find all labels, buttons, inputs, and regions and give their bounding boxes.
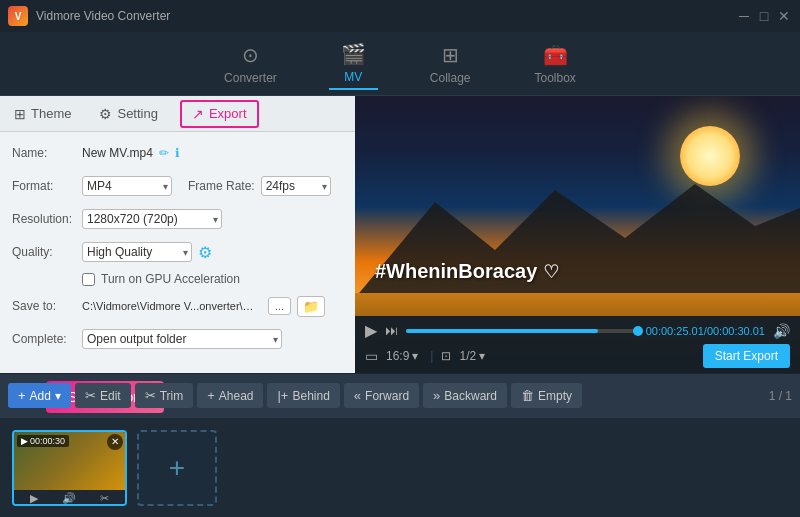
complete-row: Complete: Open output folder Do nothing bbox=[12, 326, 343, 352]
controls-row1: ▶ ⏭ 00:00:25.01/00:00:30.01 🔊 bbox=[365, 321, 790, 340]
quality-select-wrapper[interactable]: High Quality Normal Quality Low Quality bbox=[82, 242, 192, 262]
add-clip-button[interactable]: + bbox=[137, 430, 217, 506]
ratio-icon: ▭ bbox=[365, 348, 378, 364]
name-label: Name: bbox=[12, 146, 82, 160]
trash-icon: 🗑 bbox=[521, 388, 534, 403]
next-button[interactable]: ⏭ bbox=[385, 323, 398, 338]
clip-close-button[interactable]: ✕ bbox=[107, 434, 123, 450]
title-bar-controls: ─ □ ✕ bbox=[736, 8, 792, 24]
format-row: Format: MP4 AVI MOV Frame Rate: 24fps 3 bbox=[12, 173, 343, 199]
tab-setting-label: Setting bbox=[117, 106, 157, 121]
nav-converter-label: Converter bbox=[224, 71, 277, 85]
info-icon[interactable]: ℹ bbox=[175, 146, 180, 160]
converter-icon: ⊙ bbox=[242, 43, 259, 67]
framerate-select[interactable]: 24fps 30fps 60fps bbox=[261, 176, 331, 196]
quality-select[interactable]: High Quality Normal Quality Low Quality bbox=[82, 242, 192, 262]
framerate-label: Frame Rate: bbox=[188, 179, 255, 193]
time-current: 00:00:25.01 bbox=[646, 325, 704, 337]
ratio-selector: ▭ 16:9 ▾ | ⊡ 1/2 ▾ bbox=[365, 347, 489, 365]
panel-tabs: ⊞ Theme ⚙ Setting ↗ Export bbox=[0, 96, 355, 132]
ratio-button[interactable]: 16:9 ▾ bbox=[382, 347, 422, 365]
nav-toolbox[interactable]: 🧰 Toolbox bbox=[523, 39, 588, 89]
tab-export-label: Export bbox=[209, 106, 247, 121]
folder-button[interactable]: 📁 bbox=[297, 296, 325, 317]
nav-collage[interactable]: ⊞ Collage bbox=[418, 39, 483, 89]
empty-label: Empty bbox=[538, 389, 572, 403]
forward-button[interactable]: « Forward bbox=[344, 383, 419, 408]
add-dropdown-icon: ▾ bbox=[55, 389, 61, 403]
theme-icon: ⊞ bbox=[14, 106, 26, 122]
app-title: Vidmore Video Converter bbox=[36, 9, 170, 23]
format-label: Format: bbox=[12, 179, 82, 193]
nav-mv[interactable]: 🎬 MV bbox=[329, 38, 378, 90]
name-row: Name: New MV.mp4 ✏ ℹ bbox=[12, 140, 343, 166]
gpu-checkbox[interactable] bbox=[82, 273, 95, 286]
clip-thumbnail: ▶ 00:00:30 ✕ bbox=[14, 432, 125, 490]
split-button[interactable]: 1/2 ▾ bbox=[455, 347, 489, 365]
edit-button[interactable]: ✂ Edit bbox=[75, 383, 131, 408]
app-icon: V bbox=[8, 6, 28, 26]
complete-select-wrapper[interactable]: Open output folder Do nothing bbox=[82, 329, 282, 349]
time-total: 00:00:30.01 bbox=[707, 325, 765, 337]
ratio-chevron-icon: ▾ bbox=[412, 349, 418, 363]
play-button[interactable]: ▶ bbox=[365, 321, 377, 340]
name-value: New MV.mp4 bbox=[82, 146, 153, 160]
behind-icon: |+ bbox=[277, 388, 288, 403]
framerate-select-wrapper[interactable]: 24fps 30fps 60fps bbox=[261, 176, 331, 196]
backward-button[interactable]: » Backward bbox=[423, 383, 507, 408]
trim-icon: ✂ bbox=[145, 388, 156, 403]
overlay-text: #WheninBoracay ♡ bbox=[375, 260, 559, 283]
time-display: 00:00:25.01/00:00:30.01 bbox=[646, 325, 765, 337]
video-controls: ▶ ⏭ 00:00:25.01/00:00:30.01 🔊 ▭ 16:9 ▾ bbox=[355, 316, 800, 373]
progress-handle[interactable] bbox=[633, 326, 643, 336]
gear-small-icon: ⚙ bbox=[99, 106, 112, 122]
name-value-container: New MV.mp4 ✏ ℹ bbox=[82, 146, 343, 160]
complete-select[interactable]: Open output folder Do nothing bbox=[82, 329, 282, 349]
add-button[interactable]: + Add ▾ bbox=[8, 383, 71, 408]
behind-button[interactable]: |+ Behind bbox=[267, 383, 339, 408]
volume-icon[interactable]: 🔊 bbox=[773, 323, 790, 339]
clip-play-ctrl-icon[interactable]: ▶ bbox=[30, 492, 38, 505]
clip-scissors-icon[interactable]: ✂ bbox=[100, 492, 109, 505]
left-panel: ⊞ Theme ⚙ Setting ↗ Export Name: New MV.… bbox=[0, 96, 355, 373]
collage-icon: ⊞ bbox=[442, 43, 459, 67]
empty-button[interactable]: 🗑 Empty bbox=[511, 383, 582, 408]
saveto-row: Save to: C:\Vidmore\Vidmore V...onverter… bbox=[12, 293, 343, 319]
clip-duration-badge: ▶ 00:00:30 bbox=[17, 435, 69, 447]
resolution-select[interactable]: 1280x720 (720p) 1920x1080 (1080p) 640x48… bbox=[82, 209, 222, 229]
format-select[interactable]: MP4 AVI MOV bbox=[82, 176, 172, 196]
quality-gear-icon[interactable]: ⚙ bbox=[198, 243, 212, 262]
format-select-wrapper[interactable]: MP4 AVI MOV bbox=[82, 176, 172, 196]
trim-label: Trim bbox=[160, 389, 184, 403]
more-button[interactable]: ... bbox=[268, 297, 291, 315]
close-button[interactable]: ✕ bbox=[776, 8, 792, 24]
ahead-button[interactable]: + Ahead bbox=[197, 383, 263, 408]
resolution-select-wrapper[interactable]: 1280x720 (720p) 1920x1080 (1080p) 640x48… bbox=[82, 209, 222, 229]
controls-row2: ▭ 16:9 ▾ | ⊡ 1/2 ▾ Start Export bbox=[365, 344, 790, 368]
page-indicator: 1 / 1 bbox=[769, 389, 792, 403]
nav-toolbox-label: Toolbox bbox=[535, 71, 576, 85]
progress-bar[interactable] bbox=[406, 329, 638, 333]
add-label: Add bbox=[30, 389, 51, 403]
complete-label: Complete: bbox=[12, 332, 82, 346]
minimize-button[interactable]: ─ bbox=[736, 8, 752, 24]
edit-icon[interactable]: ✏ bbox=[159, 146, 169, 160]
tab-theme[interactable]: ⊞ Theme bbox=[0, 96, 85, 131]
clip-sound-icon[interactable]: 🔊 bbox=[62, 492, 76, 505]
title-bar-left: V Vidmore Video Converter bbox=[8, 6, 170, 26]
trim-button[interactable]: ✂ Trim bbox=[135, 383, 194, 408]
tab-setting[interactable]: ⚙ Setting bbox=[85, 96, 171, 131]
tab-export[interactable]: ↗ Export bbox=[180, 100, 259, 128]
start-export-button-right[interactable]: Start Export bbox=[703, 344, 790, 368]
hashtag-text: #WheninBoracay bbox=[375, 260, 537, 282]
nav-converter[interactable]: ⊙ Converter bbox=[212, 39, 289, 89]
ahead-icon: + bbox=[207, 388, 215, 403]
maximize-button[interactable]: □ bbox=[756, 8, 772, 24]
export-icon: ↗ bbox=[192, 106, 204, 122]
quality-row: Quality: High Quality Normal Quality Low… bbox=[12, 239, 343, 265]
forward-label: Forward bbox=[365, 389, 409, 403]
right-panel: #WheninBoracay ♡ ▶ ⏭ 00:00:25.01/00:00:3… bbox=[355, 96, 800, 373]
clip-controls: ▶ 🔊 ✂ bbox=[14, 490, 125, 506]
format-value-container: MP4 AVI MOV Frame Rate: 24fps 30fps 60fp… bbox=[82, 176, 343, 196]
edit-label: Edit bbox=[100, 389, 121, 403]
